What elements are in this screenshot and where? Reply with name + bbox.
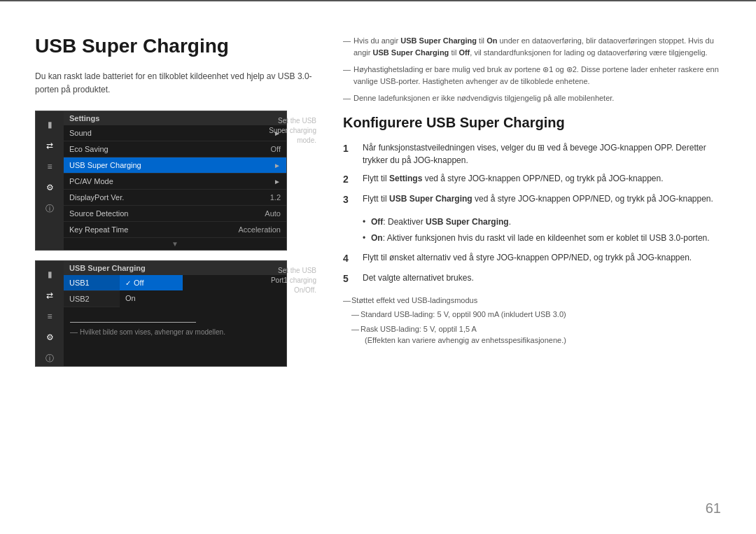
step-3: 3 Flytt til USB Super Charging ved å sty… <box>343 192 732 207</box>
menu-item-label: Sound <box>69 129 92 137</box>
bullet-on: On: Aktiver funksjonen hvis du raskt vil… <box>363 232 732 244</box>
menu-item-keyrepeat: Key Repeat Time Acceleration <box>64 222 286 238</box>
menu-box-2: ▮ ⇄ ≡ ⚙ ⓘ USB Super Charging USB1 USB2 <box>35 260 287 367</box>
top-rule <box>0 0 756 1</box>
menu-item-ecosaving: Eco Saving Off <box>64 141 286 157</box>
menu-label-1: Set the USB Super charging mode. <box>264 116 316 146</box>
monitor-icon-2: ▮ <box>42 267 57 282</box>
option-on: On <box>120 290 183 306</box>
step-num-5: 5 <box>343 272 357 286</box>
bullet-off: Off: Deaktiver USB Super Charging. <box>363 216 732 228</box>
step-text-5: Det valgte alternativet brukes. <box>363 272 732 286</box>
page-title: USB Super Charging <box>35 35 322 57</box>
bottom-note: — Hvilket bilde som vises, avhenger av m… <box>70 322 336 337</box>
menu-header-1: Settings <box>64 111 286 125</box>
option-panel: ✓ Off On <box>120 275 183 307</box>
gear-icon-2: ⚙ <box>42 330 57 345</box>
list-icon: ≡ <box>42 159 57 174</box>
option-label: On <box>125 294 136 302</box>
step-1: 1 Når funksjonstastveiledningen vises, v… <box>343 141 732 167</box>
menu-screenshot-1: ▮ ⇄ ≡ ⚙ ⓘ Settings Sound ► Eco Saving Of… <box>35 111 322 251</box>
menu2-panels: USB1 USB2 ✓ Off On <box>64 275 286 307</box>
step-list-2: 4 Flytt til ønsket alternativ ved å styr… <box>343 251 732 286</box>
step-text-3: Flytt til USB Super Charging ved å styre… <box>363 192 732 207</box>
menu-item-arrow: ► <box>274 178 281 185</box>
left-column: USB Super Charging Du kan raskt lade bat… <box>35 35 322 375</box>
menu-item-sound: Sound ► <box>64 125 286 141</box>
menu-content-1: Settings Sound ► Eco Saving Off USB Supe… <box>64 111 286 250</box>
page-number: 61 <box>706 500 721 517</box>
note-3: Denne ladefunksjonen er ikke nødvendigvi… <box>343 92 732 104</box>
gear-icon-1: ⚙ <box>42 180 57 195</box>
page: USB Super Charging Du kan raskt lade bat… <box>0 0 756 534</box>
sub-note-standard: Standard USB-lading: 5 V, opptil 900 mA … <box>343 309 732 321</box>
menu-sidebar-2: ▮ ⇄ ≡ ⚙ ⓘ <box>36 261 64 366</box>
step-text-2: Flytt til Settings ved å styre JOG-knapp… <box>363 172 732 187</box>
menu-item-source: Source Detection Auto <box>64 206 286 222</box>
usb-panel: USB1 USB2 <box>64 275 120 307</box>
menu-item-value: Auto <box>265 209 281 218</box>
usb1-item: USB1 <box>64 275 120 291</box>
note-1: Hvis du angir USB Super Charging til On … <box>343 35 732 58</box>
note-2: Høyhastighetslading er bare mulig ved br… <box>343 64 732 87</box>
sub-notes: Støttet effekt ved USB-ladingsmodus Stan… <box>343 295 732 346</box>
sub-note-header: Støttet effekt ved USB-ladingsmodus <box>343 295 732 307</box>
menu-label-2: Set the USB Port1 charging On/Off. <box>264 266 316 295</box>
menu-item-usbcharging: USB Super Charging ► <box>64 157 286 174</box>
check-icon: ✓ <box>125 279 131 287</box>
step-num-4: 4 <box>343 251 357 266</box>
option-label: Off <box>134 279 144 287</box>
swap-icon-2: ⇄ <box>42 288 57 303</box>
step-list: 1 Når funksjonstastveiledningen vises, v… <box>343 141 732 207</box>
intro-text: Du kan raskt lade batteriet for en tilko… <box>35 70 322 97</box>
menu-scroll-down: ▼ <box>64 238 286 250</box>
right-column: Hvis du angir USB Super Charging til On … <box>343 35 732 349</box>
menu-item-label: Source Detection <box>69 209 128 218</box>
note-text: Hvilket bilde som vises, avhenger av mod… <box>80 328 225 336</box>
section-title: Konfigurere USB Super Charging <box>343 115 732 131</box>
list-icon-2: ≡ <box>42 309 57 324</box>
step-num-3: 3 <box>343 192 357 207</box>
option-off: ✓ Off <box>120 275 183 290</box>
step-2: 2 Flytt til Settings ved å styre JOG-kna… <box>343 172 732 187</box>
step-5: 5 Det valgte alternativet brukes. <box>343 272 732 286</box>
step-4: 4 Flytt til ønsket alternativ ved å styr… <box>343 251 732 266</box>
menu-item-value: Off <box>271 145 281 153</box>
monitor-icon: ▮ <box>42 117 57 132</box>
menu-item-displayport: DisplayPort Ver. 1.2 <box>64 190 286 206</box>
menu-item-arrow: ► <box>274 162 281 169</box>
step-text-4: Flytt til ønsket alternativ ved å styre … <box>363 251 732 266</box>
note-prefix: — <box>70 328 80 336</box>
menu-item-label: DisplayPort Ver. <box>69 193 124 202</box>
menu-item-label: USB Super Charging <box>69 161 141 169</box>
menu-item-label: Eco Saving <box>69 145 108 153</box>
menu-item-label: Key Repeat Time <box>69 225 128 234</box>
menu-item-pcav: PC/AV Mode ► <box>64 174 286 190</box>
swap-icon: ⇄ <box>42 138 57 153</box>
menu-item-value: Acceleration <box>238 225 281 234</box>
menu-box-1: ▮ ⇄ ≡ ⚙ ⓘ Settings Sound ► Eco Saving Of… <box>35 111 287 251</box>
menu-item-label: PC/AV Mode <box>69 177 113 185</box>
usb2-item: USB2 <box>64 291 120 307</box>
top-notes: Hvis du angir USB Super Charging til On … <box>343 35 732 104</box>
menu2-header: USB Super Charging <box>64 261 286 275</box>
step-num-2: 2 <box>343 172 357 187</box>
note-divider <box>70 322 196 323</box>
menu-screenshot-2: ▮ ⇄ ≡ ⚙ ⓘ USB Super Charging USB1 USB2 <box>35 260 322 367</box>
info-icon-2: ⓘ <box>42 351 57 366</box>
menu-item-value: 1.2 <box>270 193 281 202</box>
info-icon-1: ⓘ <box>42 201 57 216</box>
menu2-content: USB Super Charging USB1 USB2 ✓ Off <box>64 261 286 366</box>
bullet-list: Off: Deaktiver USB Super Charging. On: A… <box>363 216 732 244</box>
step-text-1: Når funksjonstastveiledningen vises, vel… <box>363 141 732 167</box>
step-num-1: 1 <box>343 141 357 167</box>
sub-note-fast: Rask USB-lading: 5 V, opptil 1,5 A (Effe… <box>343 323 732 346</box>
menu-sidebar-1: ▮ ⇄ ≡ ⚙ ⓘ <box>36 111 64 250</box>
